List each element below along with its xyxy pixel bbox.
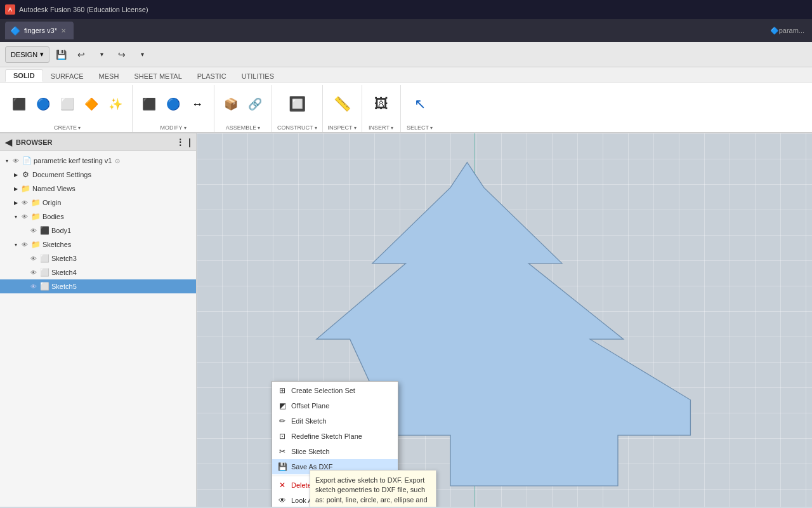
tooltip-text: Export active sketch to DXF. Export sket… bbox=[315, 476, 428, 507]
select-btn[interactable]: ↖ bbox=[406, 88, 434, 121]
sketch3-icon: ⬜ bbox=[39, 254, 49, 263]
params-tab[interactable]: 🔷 param... bbox=[763, 22, 812, 39]
save-button[interactable]: 💾 bbox=[52, 46, 70, 64]
modify-fillet-btn[interactable]: 🔵 bbox=[162, 93, 185, 116]
redo-arrow[interactable]: ▾ bbox=[133, 46, 151, 64]
create-loft-btn[interactable]: 🔶 bbox=[80, 93, 103, 116]
params-tab-label: param... bbox=[779, 27, 804, 34]
sketch3-eye[interactable]: 👁 bbox=[29, 255, 38, 262]
file-tab[interactable]: 🔷 fingers v3* ✕ bbox=[5, 22, 74, 39]
tab-surface[interactable]: SURFACE bbox=[43, 70, 91, 82]
root-arrow[interactable]: ▾ bbox=[3, 158, 11, 164]
origin-arrow[interactable]: ▶ bbox=[11, 200, 20, 206]
origin-eye[interactable]: 👁 bbox=[20, 199, 29, 206]
design-button[interactable]: DESIGN ▾ bbox=[5, 46, 49, 63]
root-eye[interactable]: 👁 bbox=[11, 157, 20, 164]
insert-arrow[interactable]: ▾ bbox=[391, 125, 393, 131]
sketch5-icon: ⬜ bbox=[39, 282, 49, 291]
panel-modify-label: MODIFY ▾ bbox=[138, 123, 209, 132]
sketches-icon: 📁 bbox=[30, 240, 41, 249]
ctx-edit-sketch[interactable]: ✏ Edit Sketch bbox=[272, 413, 398, 429]
tab-plastic[interactable]: PLASTIC bbox=[190, 70, 234, 82]
panel-insert-label: INSERT ▾ bbox=[367, 123, 395, 132]
ctx-offset-plane[interactable]: ◩ Offset Plane bbox=[272, 398, 398, 413]
panel-create-label: CREATE ▾ bbox=[8, 123, 127, 132]
sketches-label: Sketches bbox=[43, 241, 71, 248]
body1-eye[interactable]: 👁 bbox=[29, 227, 38, 234]
root-icon: 📄 bbox=[22, 156, 32, 165]
origin-icon: 📁 bbox=[30, 198, 41, 207]
panel-inspect: 📏 INSPECT ▾ bbox=[323, 85, 362, 132]
namedviews-label: Named Views bbox=[32, 185, 75, 192]
ctx-delete-label: Delete bbox=[291, 481, 311, 489]
tree-item-docsettings[interactable]: ▶ ⚙ Document Settings bbox=[0, 168, 196, 182]
tree-item-body1[interactable]: 👁 ⬛ Body1 bbox=[0, 224, 196, 237]
tree-item-bodies[interactable]: ▾ 👁 📁 Bodies bbox=[0, 210, 196, 224]
ribbon-tab-bar: SOLID SURFACE MESH SHEET METAL PLASTIC U… bbox=[0, 67, 812, 83]
tab-solid[interactable]: SOLID bbox=[5, 69, 43, 82]
insert-image-btn[interactable]: 🖼 bbox=[367, 88, 395, 121]
bodies-eye[interactable]: 👁 bbox=[20, 213, 29, 220]
browser-pin-btn[interactable]: | bbox=[188, 137, 191, 147]
modify-press-pull-btn[interactable]: ⬛ bbox=[138, 93, 160, 116]
ctx-create-selection-set[interactable]: ⊞ Create Selection Set bbox=[272, 383, 398, 398]
modify-arrow[interactable]: ▾ bbox=[184, 125, 187, 131]
app-title: Autodesk Fusion 360 (Education License) bbox=[19, 6, 148, 13]
tab-close-btn[interactable]: ✕ bbox=[61, 27, 66, 34]
sketch4-eye[interactable]: 👁 bbox=[29, 269, 38, 276]
browser-header: ◀ BROWSER ⋮ | bbox=[0, 133, 196, 151]
docsettings-arrow[interactable]: ▶ bbox=[11, 172, 20, 178]
main-area: ◀ BROWSER ⋮ | ▾ 👁 📄 parametric kerf test… bbox=[0, 133, 812, 507]
tree-item-root[interactable]: ▾ 👁 📄 parametric kerf testing v1 ⊙ bbox=[0, 154, 196, 168]
redefine-icon: ⊡ bbox=[277, 431, 287, 441]
body1-icon: ⬛ bbox=[39, 226, 49, 235]
construct-plane-btn[interactable]: 🔲 bbox=[283, 88, 311, 121]
tab-sheet-metal[interactable]: SHEET METAL bbox=[126, 70, 189, 82]
inspect-measure-btn[interactable]: 📏 bbox=[328, 88, 356, 121]
panel-modify-content: ⬛ 🔵 ↔ bbox=[138, 85, 209, 123]
ctx-slice-sketch[interactable]: ✂ Slice Sketch bbox=[272, 444, 398, 459]
tree-item-origin[interactable]: ▶ 👁 📁 Origin bbox=[0, 196, 196, 210]
inspect-arrow[interactable]: ▾ bbox=[354, 125, 357, 131]
tree-item-sketch3[interactable]: 👁 ⬜ Sketch3 bbox=[0, 251, 196, 265]
ctx-redefine-sketch-plane[interactable]: ⊡ Redefine Sketch Plane bbox=[272, 429, 398, 444]
panel-select-label: SELECT ▾ bbox=[406, 123, 434, 132]
tree-item-namedviews[interactable]: ▶ 📁 Named Views bbox=[0, 182, 196, 196]
viewport[interactable]: ⊞ Create Selection Set ◩ Offset Plane ✏ … bbox=[197, 133, 812, 507]
sketches-eye[interactable]: 👁 bbox=[20, 241, 29, 248]
panel-inspect-label: INSPECT ▾ bbox=[328, 123, 357, 132]
create-extrude-btn[interactable]: ⬛ bbox=[8, 93, 30, 116]
ctx-create-selection-label: Create Selection Set bbox=[291, 387, 355, 394]
undo-button[interactable]: ↩ bbox=[72, 46, 90, 64]
construct-arrow[interactable]: ▾ bbox=[315, 125, 317, 131]
tree-item-sketches[interactable]: ▾ 👁 📁 Sketches bbox=[0, 237, 196, 251]
root-options[interactable]: ⊙ bbox=[115, 157, 120, 164]
offset-plane-icon: ◩ bbox=[277, 401, 287, 411]
design-arrow: ▾ bbox=[40, 50, 44, 58]
namedviews-icon: 📁 bbox=[20, 184, 30, 193]
tab-mesh[interactable]: MESH bbox=[91, 70, 127, 82]
modify-more-btn[interactable]: ↔ bbox=[186, 93, 209, 116]
assemble-joint-btn[interactable]: 🔗 bbox=[244, 93, 266, 116]
namedviews-arrow[interactable]: ▶ bbox=[11, 186, 20, 192]
bodies-arrow[interactable]: ▾ bbox=[11, 214, 20, 220]
assemble-arrow[interactable]: ▾ bbox=[258, 125, 260, 131]
design-label: DESIGN bbox=[11, 51, 37, 58]
tree-item-sketch4[interactable]: 👁 ⬜ Sketch4 bbox=[0, 265, 196, 279]
create-revolve-btn[interactable]: 🔵 bbox=[32, 93, 55, 116]
panel-select-content: ↖ bbox=[406, 85, 434, 123]
browser-collapse-btn[interactable]: ⋮ bbox=[176, 137, 185, 147]
tree-item-sketch5[interactable]: 👁 ⬜ Sketch5 bbox=[0, 279, 196, 293]
ctx-offset-plane-label: Offset Plane bbox=[291, 402, 329, 410]
sketch4-icon: ⬜ bbox=[39, 268, 49, 277]
create-arrow[interactable]: ▾ bbox=[78, 125, 81, 131]
sketch5-eye[interactable]: 👁 bbox=[29, 283, 38, 290]
redo-button[interactable]: ↪ bbox=[113, 46, 131, 64]
create-more-btn[interactable]: ✨ bbox=[104, 93, 127, 116]
sketches-arrow[interactable]: ▾ bbox=[11, 242, 20, 248]
assemble-new-comp-btn[interactable]: 📦 bbox=[219, 93, 242, 116]
create-sweep-btn[interactable]: ⬜ bbox=[56, 93, 79, 116]
select-arrow[interactable]: ▾ bbox=[430, 125, 433, 131]
tab-utilities[interactable]: UTILITIES bbox=[234, 70, 282, 82]
undo-arrow[interactable]: ▾ bbox=[93, 46, 110, 64]
